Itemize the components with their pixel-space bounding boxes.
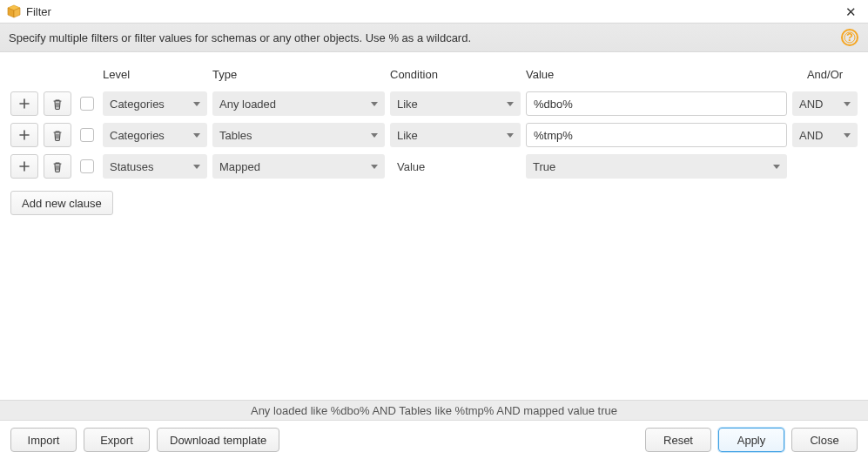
add-new-clause-button[interactable]: Add new clause <box>10 191 113 215</box>
type-select[interactable]: Any loaded <box>212 91 385 116</box>
delete-row-button[interactable] <box>44 154 71 179</box>
value-select[interactable]: True <box>526 154 787 179</box>
chevron-down-icon <box>507 102 514 106</box>
header-level: Level <box>103 68 207 81</box>
level-select[interactable]: Statuses <box>103 154 207 179</box>
level-select-label: Categories <box>110 98 188 111</box>
add-row-button[interactable] <box>10 154 38 179</box>
row-checkbox[interactable] <box>80 97 94 111</box>
import-button[interactable]: Import <box>10 428 77 452</box>
value-input[interactable] <box>526 123 787 147</box>
value-select-label: True <box>533 160 768 173</box>
andor-select[interactable]: AND <box>792 123 858 147</box>
type-select[interactable]: Tables <box>212 123 385 147</box>
info-text: Specify multiple filters or filter value… <box>9 31 471 44</box>
chevron-down-icon <box>193 133 200 138</box>
footer: Import Export Download template Reset Ap… <box>0 421 868 459</box>
header-condition: Condition <box>390 68 521 81</box>
titlebar: Filter ✕ <box>0 0 868 23</box>
condition-static: Value <box>390 154 521 179</box>
filter-summary-text: Any loaded like %dbo% AND Tables like %t… <box>251 404 617 417</box>
export-button[interactable]: Export <box>84 428 150 452</box>
add-row-button[interactable] <box>10 91 38 116</box>
filter-grid: Level Type Condition Value And/Or Catego… <box>0 52 868 215</box>
download-template-button[interactable]: Download template <box>157 428 279 452</box>
condition-select[interactable]: Like <box>390 91 521 116</box>
apply-button[interactable]: Apply <box>718 428 784 452</box>
type-select-label: Any loaded <box>219 98 366 111</box>
level-select[interactable]: Categories <box>103 123 207 147</box>
condition-select[interactable]: Like <box>390 123 521 147</box>
chevron-down-icon <box>773 165 780 169</box>
delete-row-button[interactable] <box>44 91 71 116</box>
reset-button[interactable]: Reset <box>645 428 711 452</box>
add-row-button[interactable] <box>10 123 38 147</box>
header-value: Value <box>526 68 787 81</box>
help-icon[interactable]: ? <box>840 28 859 47</box>
header-blank-actions <box>10 70 21 80</box>
row-checkbox[interactable] <box>80 159 94 173</box>
andor-select[interactable]: AND <box>792 91 858 116</box>
app-box-icon <box>7 4 21 18</box>
header-type: Type <box>212 68 385 81</box>
type-select[interactable]: Mapped <box>212 154 385 179</box>
chevron-down-icon <box>193 165 200 169</box>
info-bar: Specify multiple filters or filter value… <box>0 23 868 52</box>
chevron-down-icon <box>507 133 514 138</box>
chevron-down-icon <box>371 165 378 169</box>
chevron-down-icon <box>193 102 200 106</box>
chevron-down-icon <box>844 133 851 138</box>
chevron-down-icon <box>844 102 851 106</box>
svg-text:?: ? <box>846 30 853 44</box>
andor-select-label: AND <box>799 98 838 111</box>
value-input[interactable] <box>526 91 787 116</box>
filter-summary-bar: Any loaded like %dbo% AND Tables like %t… <box>0 400 868 421</box>
header-andor: And/Or <box>792 68 858 81</box>
clause-row: CategoriesAny loadedLikeAND <box>10 91 858 116</box>
condition-select-label: Like <box>397 98 501 111</box>
chevron-down-icon <box>371 102 378 106</box>
window-title: Filter <box>26 5 840 18</box>
row-checkbox[interactable] <box>80 128 94 142</box>
type-select-label: Tables <box>219 129 366 142</box>
level-select-label: Statuses <box>110 160 188 173</box>
clause-row: CategoriesTablesLikeAND <box>10 123 858 147</box>
type-select-label: Mapped <box>219 160 366 173</box>
level-select[interactable]: Categories <box>103 91 207 116</box>
clause-row: StatusesMappedValueTrue <box>10 154 858 179</box>
level-select-label: Categories <box>110 129 188 142</box>
condition-select-label: Like <box>397 129 501 142</box>
delete-row-button[interactable] <box>44 123 71 147</box>
column-headers: Level Type Condition Value And/Or <box>10 68 858 81</box>
close-button[interactable]: Close <box>791 428 858 452</box>
chevron-down-icon <box>371 133 378 138</box>
andor-select-label: AND <box>799 129 838 142</box>
window-close-button[interactable]: ✕ <box>840 5 861 18</box>
